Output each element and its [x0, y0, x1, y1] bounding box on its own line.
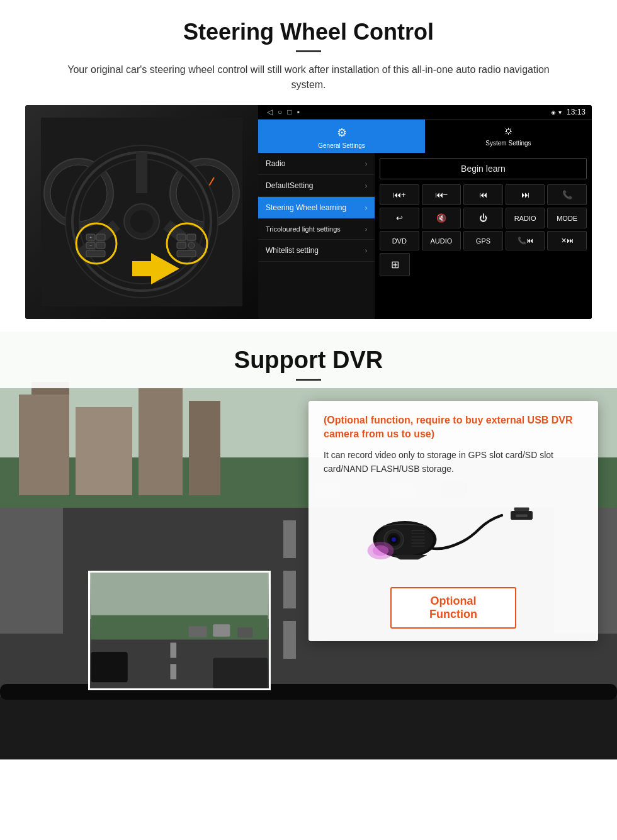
radio-button[interactable]: RADIO — [506, 208, 545, 228]
steering-section: Steering Wheel Control Your original car… — [0, 0, 617, 332]
dvd-button[interactable]: DVD — [380, 231, 419, 250]
dvr-title: Support DVR — [25, 347, 592, 374]
ctrl-row-3: DVD AUDIO GPS 📞⏮ ✕⏭ — [380, 231, 587, 250]
svg-rect-52 — [170, 642, 176, 658]
svg-rect-22 — [86, 250, 105, 257]
svg-text:−: − — [89, 244, 92, 248]
vol-down-button[interactable]: ⏮− — [422, 184, 461, 205]
back-icon[interactable]: ◁ — [267, 108, 273, 116]
ctrl-row-2: ↩ 🔇 ⏻ RADIO MODE — [380, 208, 587, 228]
settings-menu: Radio › DefaultSetting › Steering Wheel … — [258, 153, 375, 319]
svg-rect-20 — [96, 234, 105, 240]
tab-general[interactable]: ⚙ General Settings — [258, 120, 425, 153]
svg-point-27 — [188, 242, 195, 249]
wifi-icon: ▾ — [558, 109, 562, 116]
menu-controls-area: Radio › DefaultSetting › Steering Wheel … — [258, 153, 592, 319]
dvr-description: It can record video only to storage in G… — [324, 448, 583, 476]
svg-rect-26 — [177, 242, 186, 249]
svg-rect-21 — [96, 242, 105, 249]
phone-prev-button[interactable]: 📞⏮ — [506, 231, 545, 250]
mute-next-button[interactable]: ✕⏭ — [547, 231, 587, 250]
back-call-button[interactable]: ↩ — [380, 208, 419, 228]
svg-point-67 — [392, 537, 396, 542]
gps-button[interactable]: GPS — [463, 231, 503, 250]
tab-system[interactable]: ⛭ System Settings — [425, 120, 592, 153]
title-divider — [296, 50, 321, 52]
begin-learn-button[interactable]: Begin learn — [380, 158, 587, 179]
svg-rect-28 — [177, 250, 196, 257]
page-title: Steering Wheel Control — [25, 19, 592, 45]
next-button[interactable]: ⏭ — [506, 184, 545, 205]
chevron-icon: › — [365, 204, 367, 211]
vol-up-button[interactable]: ⏮+ — [380, 184, 419, 205]
mode-button[interactable]: MODE — [547, 208, 587, 228]
phone-button[interactable]: 📞 — [547, 184, 587, 205]
prev-button[interactable]: ⏮ — [463, 184, 503, 205]
svg-rect-61 — [516, 514, 527, 517]
chevron-icon: › — [365, 182, 367, 189]
menu-icon[interactable]: ▪ — [297, 108, 300, 116]
svg-rect-24 — [177, 234, 186, 240]
ctrl-row-1: ⏮+ ⏮− ⏮ ⏭ 📞 — [380, 184, 587, 205]
svg-text:+: + — [89, 235, 92, 240]
power-button[interactable]: ⏻ — [463, 208, 503, 228]
svg-rect-60 — [514, 507, 529, 511]
signal-icon: ◈ — [551, 109, 556, 116]
chevron-icon: › — [365, 226, 367, 233]
svg-rect-58 — [213, 658, 268, 688]
status-time: 13:13 — [567, 108, 586, 116]
section-subtitle: Your original car's steering wheel contr… — [50, 62, 567, 92]
dvr-section: Support DVR — [0, 332, 617, 759]
menu-item-default[interactable]: DefaultSetting › — [258, 175, 375, 197]
dvr-card-wrapper: (Optional function, require to buy exter… — [0, 388, 617, 641]
steering-wheel-svg: + − — [41, 118, 242, 306]
svg-rect-25 — [187, 234, 196, 240]
chevron-icon: › — [365, 160, 367, 167]
svg-rect-47 — [0, 697, 617, 759]
svg-rect-53 — [170, 664, 176, 679]
menu-item-tricoloured[interactable]: Tricoloured light settings › — [258, 219, 375, 240]
nav-icons: ◁ ○ □ ▪ — [267, 108, 300, 116]
system-icon: ⛭ — [504, 126, 514, 137]
status-bar: ◁ ○ □ ▪ ◈ ▾ 13:13 — [258, 105, 592, 120]
chevron-icon: › — [365, 247, 367, 254]
optional-function-button[interactable]: Optional Function — [390, 587, 516, 629]
ctrl-row-4: ⊞ — [380, 253, 587, 276]
android-ui-panel: ◁ ○ □ ▪ ◈ ▾ 13:13 ⚙ General Settings ⛭ S… — [258, 105, 592, 319]
menu-item-whitelist[interactable]: Whitelist setting › — [258, 240, 375, 262]
svg-rect-57 — [91, 652, 128, 682]
steering-visual-container: + − ◁ — [25, 105, 592, 319]
mute-button[interactable]: 🔇 — [422, 208, 461, 228]
dvr-card: (Optional function, require to buy exter… — [308, 401, 598, 641]
settings-tabs: ⚙ General Settings ⛭ System Settings — [258, 120, 592, 153]
controls-panel: Begin learn ⏮+ ⏮− ⏮ ⏭ 📞 ↩ 🔇 ⏻ — [375, 153, 592, 319]
menu-item-radio[interactable]: Radio › — [258, 153, 375, 175]
menu-item-steering-learning[interactable]: Steering Wheel learning › — [258, 197, 375, 219]
display-button[interactable]: ⊞ — [380, 253, 410, 276]
audio-button[interactable]: AUDIO — [422, 231, 461, 250]
gear-icon: ⚙ — [337, 126, 347, 140]
recents-icon[interactable]: □ — [287, 108, 292, 116]
svg-point-14 — [130, 210, 153, 233]
home-icon[interactable]: ○ — [278, 108, 282, 116]
dvr-optional-text: (Optional function, require to buy exter… — [324, 413, 583, 442]
dvr-title-area: Support DVR — [0, 332, 617, 388]
dvr-camera-image — [324, 489, 583, 577]
svg-point-75 — [373, 545, 388, 556]
dvr-divider — [296, 379, 321, 381]
steering-photo: + − — [25, 105, 258, 319]
begin-learn-row: Begin learn — [380, 158, 587, 179]
dvr-camera-svg — [365, 495, 541, 571]
